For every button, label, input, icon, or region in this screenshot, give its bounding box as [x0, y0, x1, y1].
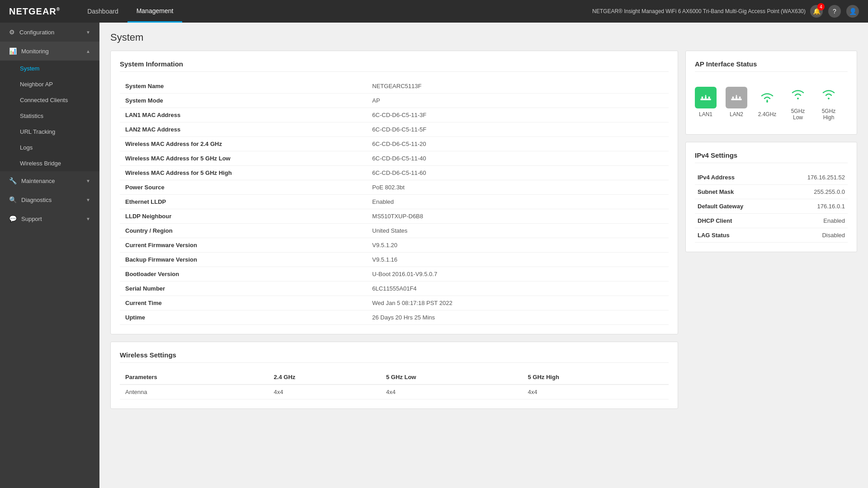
monitoring-icon: 📊: [9, 47, 17, 55]
svg-rect-3: [708, 97, 710, 99]
svg-rect-9: [736, 95, 737, 97]
sidebar-item-maintenance[interactable]: 🔧 Maintenance ▼: [0, 171, 99, 190]
sidebar-subitem-url-tracking[interactable]: URL Tracking: [0, 124, 99, 140]
ipv4-row-label: Subnet Mask: [695, 185, 778, 199]
ipv4-row-value: Disabled: [778, 228, 848, 243]
system-info-row: Wireless MAC Address for 5 GHz Low6C-CD-…: [120, 151, 669, 166]
sidebar-subitem-connected-clients[interactable]: Connected Clients: [0, 92, 99, 108]
ws-row-param: Antenna: [120, 385, 269, 399]
system-info-row: Country / RegionUnited States: [120, 224, 669, 238]
help-button[interactable]: ?: [828, 5, 841, 18]
svg-rect-7: [736, 97, 737, 99]
system-info-row-value: 6C-CD-D6-C5-11-40: [367, 151, 669, 166]
ipv4-row-value: 176.16.0.1: [778, 199, 848, 214]
system-info-row-value: United States: [367, 224, 669, 238]
system-info-row-label: Power Source: [120, 180, 367, 195]
ipv4-row-label: IPv4 Address: [695, 170, 778, 185]
sidebar-subitem-system[interactable]: System: [0, 61, 99, 76]
left-col: System Information System NameNETGEARC51…: [110, 51, 678, 409]
ipv4-row-value: 255.255.0.0: [778, 185, 848, 199]
user-button[interactable]: 👤: [846, 5, 859, 18]
ipv4-row-value: Enabled: [778, 214, 848, 228]
system-info-row-label: Wireless MAC Address for 2.4 GHz: [120, 137, 367, 151]
sidebar-item-monitoring[interactable]: 📊 Monitoring ▲: [0, 42, 99, 61]
system-info-row: Backup Firmware VersionV9.5.1.16: [120, 253, 669, 267]
wireless-settings-table: Parameters 2.4 GHz 5 GHz Low 5 GHz High …: [120, 370, 669, 399]
system-info-row-value: MS510TXUP-D6B8: [367, 209, 669, 224]
system-info-row: Wireless MAC Address for 2.4 GHz6C-CD-D6…: [120, 137, 669, 151]
notification-button[interactable]: 🔔 4: [810, 5, 823, 18]
sidebar-subitem-statistics[interactable]: Statistics: [0, 108, 99, 124]
sidebar-label-monitoring: Monitoring: [21, 48, 49, 55]
nav-management[interactable]: Management: [127, 0, 183, 23]
system-info-row-value: 6C-CD-D6-C5-11-3F: [367, 108, 669, 122]
system-info-row-value: PoE 802.3bt: [367, 180, 669, 195]
chevron-icon-support: ▼: [86, 216, 90, 221]
ws-col-5ghz-high: 5 GHz High: [522, 370, 669, 385]
svg-point-11: [797, 98, 799, 99]
system-info-row-value: 26 Days 20 Hrs 25 Mins: [367, 310, 669, 325]
ws-col-5ghz-low: 5 GHz Low: [381, 370, 522, 385]
lan2-icon: [726, 87, 747, 108]
system-info-row-value: 6LC11555A01F4: [367, 282, 669, 296]
system-info-row-value: 6C-CD-D6-C5-11-5F: [367, 122, 669, 137]
system-info-row: LLDP NeighbourMS510TXUP-D6B8: [120, 209, 669, 224]
sidebar-subitem-wireless-bridge[interactable]: Wireless Bridge: [0, 155, 99, 171]
lan1-icon: [695, 87, 717, 108]
system-info-row-label: Current Time: [120, 296, 367, 310]
chevron-icon-monitoring: ▲: [86, 49, 90, 54]
ipv4-title: IPv4 Settings: [695, 151, 848, 163]
chevron-icon-diagnostics: ▼: [86, 197, 90, 202]
wifi-5ghz-high-label: 5GHzHigh: [822, 108, 836, 121]
system-info-row-value: AP: [367, 94, 669, 108]
chevron-icon-configuration: ▼: [86, 30, 90, 35]
sidebar-subitem-neighbor-ap[interactable]: Neighbor AP: [0, 76, 99, 92]
svg-rect-4: [705, 95, 706, 97]
system-info-row-label: Bootloader Version: [120, 267, 367, 282]
ap-interfaces-row: LAN1 LAN2: [695, 79, 848, 125]
system-info-title: System Information: [120, 60, 669, 72]
page-title: System: [110, 32, 857, 43]
notification-badge: 4: [817, 3, 825, 10]
sidebar-subitem-logs[interactable]: Logs: [0, 140, 99, 155]
system-info-row: Uptime26 Days 20 Hrs 25 Mins: [120, 310, 669, 325]
system-info-row-value: U-Boot 2016.01-V9.5.0.7: [367, 267, 669, 282]
monitoring-submenu: System Neighbor AP Connected Clients Sta…: [0, 61, 99, 171]
system-info-row: LAN1 MAC Address6C-CD-D6-C5-11-3F: [120, 108, 669, 122]
system-info-row-label: System Mode: [120, 94, 367, 108]
sidebar-item-support[interactable]: 💬 Support ▼: [0, 209, 99, 228]
right-col: AP Interface Status LAN1: [685, 51, 857, 409]
lan2-label: LAN2: [730, 111, 743, 117]
system-info-row: Ethernet LLDPEnabled: [120, 195, 669, 209]
system-info-row: System ModeAP: [120, 94, 669, 108]
sidebar-item-diagnostics[interactable]: 🔍 Diagnostics ▼: [0, 190, 99, 209]
wifi-5ghz-high-icon: [818, 84, 840, 105]
support-icon: 💬: [9, 215, 17, 222]
ipv4-table: IPv4 Address176.16.251.52Subnet Mask255.…: [695, 170, 848, 243]
system-info-row: Bootloader VersionU-Boot 2016.01-V9.5.0.…: [120, 267, 669, 282]
ap-iface-5ghz-low: 5GHzLow: [787, 84, 809, 121]
main-content: System System Information System NameNET…: [99, 23, 868, 488]
chevron-icon-maintenance: ▼: [86, 178, 90, 183]
nav-links: Dashboard Management: [78, 0, 182, 23]
system-info-row: Power SourcePoE 802.3bt: [120, 180, 669, 195]
netgear-logo: NETGEAR®: [9, 6, 60, 17]
ws-row-24ghz: 4x4: [269, 385, 381, 399]
wifi-5ghz-low-icon: [787, 84, 809, 105]
system-info-row-value: 6C-CD-D6-C5-11-20: [367, 137, 669, 151]
sidebar-item-configuration[interactable]: ⚙ Configuration ▼: [0, 23, 99, 42]
sidebar-label-configuration: Configuration: [19, 29, 54, 36]
wifi-5ghz-low-label: 5GHzLow: [791, 108, 805, 121]
ap-iface-lan2: LAN2: [726, 87, 747, 117]
topnav-right: NETGEAR® Insight Managed WiFi 6 AX6000 T…: [592, 5, 859, 18]
ipv4-row-label: DHCP Client: [695, 214, 778, 228]
system-info-row-label: Current Firmware Version: [120, 238, 367, 253]
system-info-row-value: V9.5.1.16: [367, 253, 669, 267]
topnav-icon-group: 🔔 4 ? 👤: [810, 5, 859, 18]
nav-dashboard[interactable]: Dashboard: [78, 0, 127, 23]
system-info-row: LAN2 MAC Address6C-CD-D6-C5-11-5F: [120, 122, 669, 137]
ws-col-24ghz: 2.4 GHz: [269, 370, 381, 385]
system-info-row-label: Backup Firmware Version: [120, 253, 367, 267]
wifi-24ghz-icon: [756, 87, 778, 108]
ap-iface-5ghz-high: 5GHzHigh: [818, 84, 840, 121]
